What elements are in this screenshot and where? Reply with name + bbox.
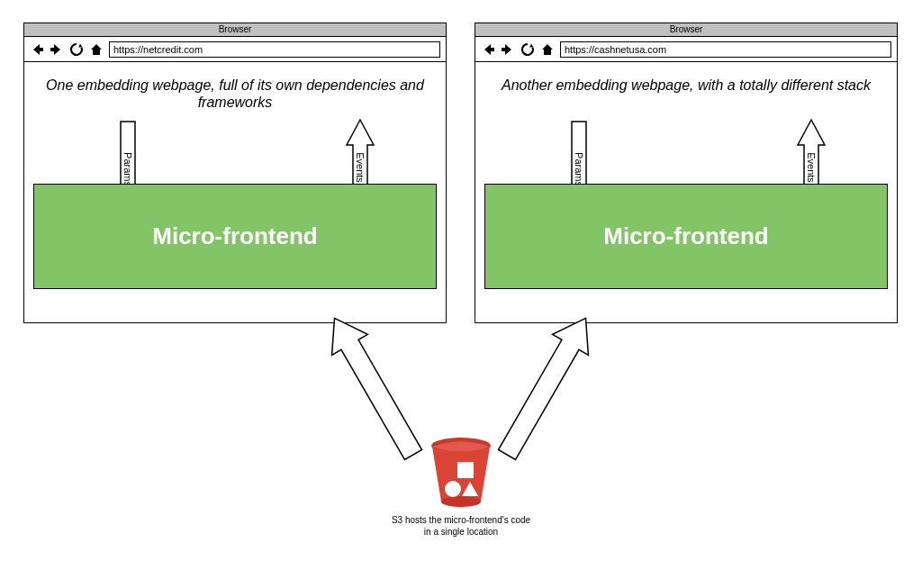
events-label: Events [806,152,817,183]
reload-icon [69,42,84,57]
events-label: Events [355,152,366,183]
micro-frontend-box: Micro-frontend [484,184,888,289]
browser-toolbar: https://netcredit.com [24,37,446,62]
embedding-description: One embedding webpage, full of its own d… [33,77,437,111]
s3-bucket-caption: S3 hosts the micro-frontend's code in a … [389,515,533,538]
embedding-description: Another embedding webpage, with a totall… [484,77,888,94]
reload-icon [520,42,535,57]
home-icon [89,42,104,57]
url-bar: https://netcredit.com [109,41,440,58]
browser-window-right: Browser [475,23,898,323]
browser-titlebar: Browser [24,23,446,37]
s3-bucket-icon [429,437,493,509]
forward-icon [501,42,515,57]
browser-content: Another embedding webpage, with a totall… [475,62,897,321]
params-label: Params [574,152,584,186]
url-bar: https://cashnetusa.com [560,41,891,58]
forward-icon [50,42,64,57]
back-icon [30,42,44,57]
browser-titlebar: Browser [475,23,897,37]
svg-rect-2 [457,462,474,478]
svg-point-3 [445,481,461,497]
browser-toolbar: https://cashnetusa.com [475,37,897,62]
s3-to-left-arrow [317,308,431,466]
micro-frontend-box: Micro-frontend [33,184,437,289]
back-icon [481,42,495,57]
home-icon [540,42,555,57]
svg-point-1 [441,496,481,507]
s3-to-right-arrow [489,308,603,466]
browser-content: One embedding webpage, full of its own d… [24,62,446,321]
params-label: Params [122,152,133,186]
browser-window-left: Browser [23,23,447,323]
